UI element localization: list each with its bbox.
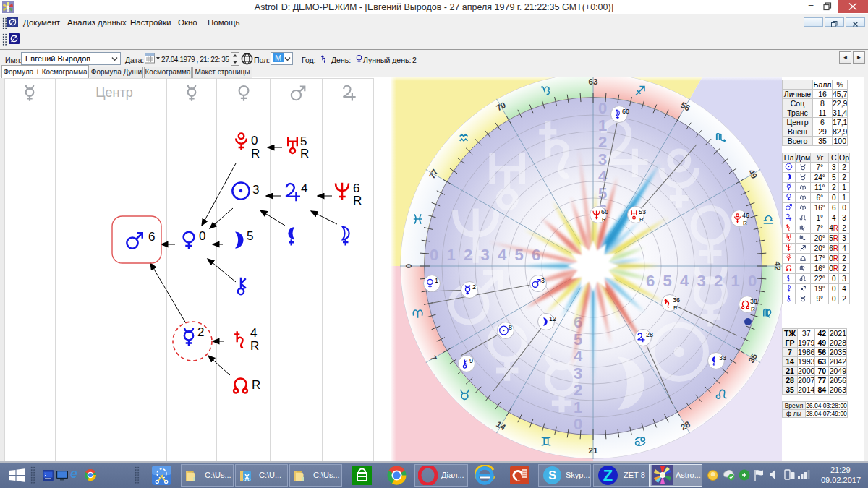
svg-text:4: 4 [250, 326, 257, 340]
svg-text:3: 3 [598, 150, 607, 168]
svg-text:S: S [548, 469, 556, 481]
svg-text:4: 4 [680, 272, 689, 290]
svg-text:4: 4 [498, 246, 507, 264]
svg-text:1: 1 [574, 398, 582, 416]
svg-text:3: 3 [574, 364, 582, 382]
svg-text:2: 2 [197, 325, 204, 339]
svg-text:Центр: Центр [95, 85, 133, 100]
svg-text:R: R [673, 304, 678, 311]
svg-text:2: 2 [464, 246, 472, 264]
svg-text:53: 53 [639, 208, 646, 215]
svg-text:R: R [751, 306, 755, 312]
svg-text:0: 0 [199, 229, 205, 243]
svg-text:60: 60 [601, 208, 608, 215]
svg-text:5: 5 [663, 272, 671, 290]
svg-text:6: 6 [646, 272, 655, 290]
svg-text:0: 0 [251, 134, 258, 147]
svg-text:2: 2 [472, 283, 476, 291]
svg-text:21: 21 [589, 446, 598, 455]
svg-text:0: 0 [404, 264, 413, 268]
svg-text:9: 9 [469, 357, 473, 364]
svg-text:2: 2 [714, 272, 723, 290]
svg-text:1: 1 [731, 272, 739, 290]
svg-text:R: R [353, 194, 362, 207]
svg-text:5: 5 [247, 229, 253, 243]
svg-text:3: 3 [252, 183, 259, 197]
svg-text:R: R [743, 220, 747, 226]
svg-text:3: 3 [480, 246, 489, 264]
svg-text:36: 36 [673, 296, 680, 304]
svg-text:42: 42 [773, 262, 782, 271]
svg-text:6: 6 [148, 230, 155, 244]
svg-text:2: 2 [598, 133, 607, 151]
svg-text:R: R [251, 147, 260, 160]
svg-text:1: 1 [598, 116, 607, 134]
svg-text:12: 12 [549, 315, 556, 322]
svg-text:Z: Z [603, 466, 613, 484]
svg-text:4: 4 [301, 181, 307, 195]
svg-text:R: R [252, 378, 260, 392]
svg-text:0: 0 [748, 272, 757, 290]
svg-text:1: 1 [446, 246, 455, 264]
svg-text:8: 8 [509, 324, 512, 331]
svg-text:R: R [602, 216, 606, 223]
svg-text:0: 0 [430, 246, 438, 264]
svg-text:38: 38 [750, 298, 757, 305]
svg-text:63: 63 [589, 77, 598, 86]
svg-text:R: R [639, 216, 644, 223]
svg-text:3: 3 [697, 272, 705, 290]
svg-text:33: 33 [719, 354, 726, 361]
svg-text:1: 1 [435, 277, 438, 284]
svg-text:R: R [300, 147, 309, 160]
svg-text:2: 2 [574, 381, 582, 399]
svg-text:3: 3 [541, 277, 545, 284]
svg-text:60: 60 [622, 108, 629, 115]
svg-text:R: R [250, 339, 259, 353]
svg-text:46: 46 [742, 212, 749, 219]
svg-text:28: 28 [646, 331, 653, 338]
